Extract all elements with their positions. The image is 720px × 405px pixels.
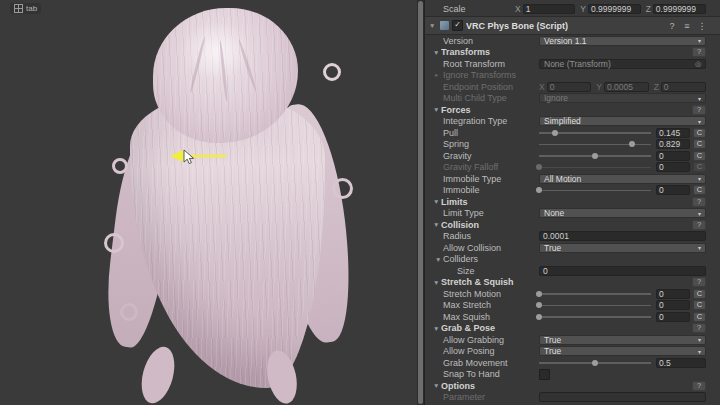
foldout-icon[interactable]: ▼ — [433, 198, 441, 205]
stretch-motion-value-field[interactable]: 0 — [656, 289, 690, 299]
section-transforms[interactable]: ▼ Transforms ? — [425, 47, 720, 59]
component-header[interactable]: ▼ ✓ VRC Phys Bone (Script) ? ≡ ⋮ — [425, 16, 720, 35]
scale-x-field[interactable]: 1 — [523, 4, 576, 14]
gravity-falloff-value-field[interactable]: 0 — [656, 162, 690, 172]
snap-to-hand-checkbox[interactable] — [539, 369, 550, 380]
section-grab-pose[interactable]: ▼ Grab & Pose ? — [425, 323, 720, 335]
slider-knob[interactable] — [536, 314, 542, 320]
version-dropdown[interactable]: Version 1.1 ▾ — [539, 36, 706, 46]
presets-icon[interactable]: ≡ — [681, 21, 693, 31]
scale-y-field[interactable]: 0.9999999 — [588, 4, 641, 14]
colliders-size-field[interactable]: 0 — [539, 266, 706, 276]
field-row-gravity: Gravity 0 C — [425, 150, 720, 162]
curve-button[interactable]: C — [693, 289, 706, 299]
allow-grabbing-dropdown[interactable]: True ▾ — [539, 335, 706, 345]
inspector-scrollbar[interactable] — [417, 0, 424, 405]
slider-knob[interactable] — [592, 153, 598, 159]
endpoint-z-field[interactable]: 0 — [661, 82, 706, 92]
root-transform-object-field[interactable]: None (Transform) ◎ — [539, 59, 706, 69]
immobile-type-dropdown[interactable]: All Motion ▾ — [539, 174, 706, 184]
foldout-icon[interactable]: ▼ — [433, 106, 441, 113]
curve-button[interactable]: C — [693, 312, 706, 322]
section-stretch-squish[interactable]: ▼ Stretch & Squish ? — [425, 277, 720, 289]
max-squish-value-field[interactable]: 0 — [656, 312, 690, 322]
parameter-field[interactable] — [539, 392, 706, 402]
section-collision[interactable]: ▼ Collision ? — [425, 219, 720, 231]
integration-type-dropdown[interactable]: Simplified ▾ — [539, 116, 706, 126]
immobile-value-field[interactable]: 0 — [656, 185, 690, 195]
component-enabled-checkbox[interactable]: ✓ — [452, 20, 463, 31]
field-label: Ignore Transforms — [443, 70, 539, 80]
slider-knob[interactable] — [536, 164, 542, 170]
help-button[interactable]: ? — [692, 220, 706, 230]
scene-viewport[interactable]: tab — [0, 0, 417, 405]
section-options[interactable]: ▼ Options ? — [425, 380, 720, 392]
max-stretch-slider[interactable] — [539, 300, 651, 310]
field-label: Colliders — [443, 254, 539, 264]
curve-button[interactable]: C — [693, 162, 706, 172]
foldout-icon[interactable]: ▼ — [433, 279, 441, 286]
gravity-slider[interactable] — [539, 151, 651, 161]
curve-button[interactable]: C — [693, 128, 706, 138]
foldout-icon[interactable]: ▼ — [433, 382, 441, 389]
spring-value-field[interactable]: 0.829 — [656, 139, 690, 149]
foldout-icon[interactable]: ▼ — [435, 256, 443, 263]
help-button[interactable]: ? — [692, 47, 706, 57]
foldout-icon[interactable]: ▼ — [429, 22, 437, 29]
field-row-integration-type: Integration Type Simplified ▾ — [425, 116, 720, 128]
slider-knob[interactable] — [536, 187, 542, 193]
chevron-down-icon: ▾ — [698, 244, 701, 251]
limit-type-dropdown[interactable]: None ▾ — [539, 208, 706, 218]
radius-field[interactable]: 0.0001 — [539, 231, 706, 241]
scene-tab[interactable]: tab — [10, 3, 41, 14]
gravity-falloff-slider[interactable] — [539, 162, 651, 172]
slider-knob[interactable] — [536, 302, 542, 308]
foldout-icon[interactable]: ▼ — [433, 325, 441, 332]
section-limits[interactable]: ▼ Limits ? — [425, 196, 720, 208]
section-label: Collision — [441, 220, 692, 230]
endpoint-y-field[interactable]: 0.0005 — [604, 82, 649, 92]
field-row-immobile-type: Immobile Type All Motion ▾ — [425, 173, 720, 185]
stretch-motion-slider[interactable] — [539, 289, 651, 299]
help-button[interactable]: ? — [692, 323, 706, 333]
scrollbar-thumb[interactable] — [418, 1, 423, 404]
multi-child-type-dropdown[interactable]: Ignore ▾ — [539, 93, 706, 103]
slider-knob[interactable] — [536, 291, 542, 297]
curve-button[interactable]: C — [693, 151, 706, 161]
spring-slider[interactable] — [539, 139, 651, 149]
grab-movement-value-field[interactable]: 0.5 — [656, 358, 706, 368]
help-button[interactable]: ? — [692, 197, 706, 207]
grab-movement-slider[interactable] — [539, 358, 651, 368]
move-arrow-gizmo[interactable] — [168, 146, 230, 166]
help-button[interactable]: ? — [692, 277, 706, 287]
field-label: Allow Grabbing — [443, 335, 539, 345]
max-stretch-value-field[interactable]: 0 — [656, 300, 690, 310]
help-button[interactable]: ? — [692, 105, 706, 115]
pull-value-field[interactable]: 0.145 — [656, 128, 690, 138]
field-row-colliders[interactable]: ▼ Colliders — [425, 254, 720, 266]
object-picker-icon[interactable]: ◎ — [695, 60, 701, 68]
foldout-icon[interactable]: ▼ — [433, 221, 441, 228]
section-forces[interactable]: ▼ Forces ? — [425, 104, 720, 116]
kebab-menu-icon[interactable]: ⋮ — [696, 21, 708, 31]
curve-button[interactable]: C — [693, 139, 706, 149]
help-button[interactable]: ? — [692, 381, 706, 391]
pull-slider[interactable] — [539, 128, 651, 138]
immobile-slider[interactable] — [539, 185, 651, 195]
section-label: Stretch & Squish — [441, 277, 692, 287]
slider-knob[interactable] — [592, 360, 598, 366]
field-row-ignore-transforms[interactable]: ▸ Ignore Transforms — [425, 70, 720, 82]
curve-button[interactable]: C — [693, 185, 706, 195]
help-icon[interactable]: ? — [666, 21, 678, 31]
allow-collision-dropdown[interactable]: True ▾ — [539, 243, 706, 253]
foldout-icon[interactable]: ▼ — [433, 49, 441, 56]
allow-posing-dropdown[interactable]: True ▾ — [539, 346, 706, 356]
max-squish-slider[interactable] — [539, 312, 651, 322]
gravity-value-field[interactable]: 0 — [656, 151, 690, 161]
endpoint-x-field[interactable]: 0 — [547, 82, 592, 92]
slider-knob[interactable] — [629, 141, 635, 147]
curve-button[interactable]: C — [693, 300, 706, 310]
scale-z-field[interactable]: 0.9999999 — [653, 4, 706, 14]
slider-knob[interactable] — [552, 130, 558, 136]
foldout-icon[interactable]: ▸ — [435, 71, 443, 79]
